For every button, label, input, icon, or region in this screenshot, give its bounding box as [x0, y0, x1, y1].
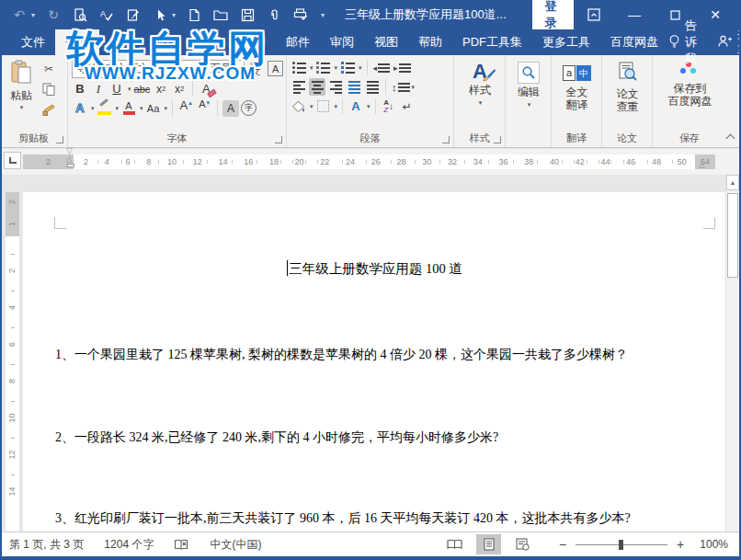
asian-layout-dropdown-icon[interactable]: ▾ — [367, 103, 370, 110]
font-size-dropdown-icon[interactable]: ▾ — [237, 65, 241, 73]
attachment-icon[interactable] — [266, 6, 282, 23]
change-case-button[interactable]: Aa — [145, 99, 162, 117]
strikethrough-button[interactable]: abc — [133, 80, 152, 97]
tab-file[interactable]: 文件 — [11, 29, 55, 55]
tab-help[interactable]: 帮助 — [408, 29, 452, 55]
paste-button[interactable]: 粘贴 ▾ — [4, 58, 39, 132]
sort-button[interactable]: AZ↓ — [381, 97, 397, 115]
font-size-combobox[interactable]: 五号 ▾ — [205, 60, 245, 78]
tab-selector-button[interactable] — [4, 152, 21, 169]
line-spacing-button[interactable]: ↕▾ — [391, 78, 416, 96]
undo-dropdown-icon[interactable]: ▾ — [31, 11, 35, 19]
tab-more-tools[interactable]: 更多工具 — [532, 29, 600, 55]
vertical-scrollbar[interactable]: ▲ — [725, 175, 739, 531]
format-painter-icon[interactable] — [39, 101, 59, 118]
enclose-characters-button[interactable]: 字 — [241, 100, 256, 116]
scroll-up-icon[interactable]: ▲ — [726, 175, 739, 190]
paste-dropdown-icon[interactable]: ▾ — [20, 104, 24, 111]
proofing-status-icon[interactable] — [174, 539, 189, 551]
multilevel-list-button[interactable] — [339, 59, 356, 76]
edit-document-icon[interactable] — [125, 6, 142, 23]
read-mode-button[interactable] — [442, 534, 467, 554]
grow-font-button[interactable]: A▴ — [177, 99, 194, 117]
right-indent-marker[interactable]: △ — [699, 160, 705, 169]
tab-home[interactable]: 开始 — [55, 29, 99, 55]
numbering-dropdown-icon[interactable]: ▾ — [335, 64, 338, 72]
undo-icon[interactable]: ↶ — [11, 6, 28, 23]
italic-button[interactable]: I — [90, 80, 107, 97]
tab-view[interactable]: 视图 — [364, 29, 408, 55]
collapse-ribbon-icon[interactable] — [726, 133, 734, 141]
new-document-icon[interactable] — [186, 6, 202, 23]
tab-pdf-tools[interactable]: PDF工具集 — [452, 29, 532, 55]
font-name-dropdown-icon[interactable]: ▾ — [192, 65, 196, 73]
underline-button[interactable]: U — [108, 80, 125, 97]
font-color-button[interactable]: A — [120, 99, 137, 117]
styles-button[interactable]: A 样式 ▾ — [458, 58, 502, 107]
styles-dialog-launcher-icon[interactable] — [494, 136, 501, 143]
translate-button[interactable]: a 中 全文 翻译 — [555, 58, 598, 112]
superscript-button[interactable]: x2 — [171, 80, 188, 97]
horizontal-ruler[interactable]: 2 24681012141618202224262830323436384042… — [23, 154, 715, 169]
qat-customize-icon[interactable]: ▾ — [321, 11, 325, 19]
copy-icon[interactable] — [39, 81, 59, 97]
paragraph-dialog-launcher-icon[interactable] — [442, 136, 450, 143]
clipboard-dialog-launcher-icon[interactable] — [56, 136, 63, 143]
show-hide-marks-button[interactable]: ↵ — [399, 97, 416, 115]
shrink-font-button[interactable]: A▾ — [196, 99, 212, 117]
zoom-slider-handle[interactable] — [619, 540, 623, 550]
font-dialog-launcher-icon[interactable] — [275, 136, 282, 143]
tab-baidu-netdisk[interactable]: 百度网盘 — [600, 29, 668, 55]
text-effects-button[interactable]: A — [72, 99, 88, 117]
change-case-dropdown-icon[interactable]: ▾ — [165, 105, 168, 112]
touch-mode-dropdown-icon[interactable]: ▾ — [172, 11, 176, 19]
scrollbar-thumb[interactable] — [727, 193, 738, 278]
page-indicator[interactable]: 第 1 页, 共 3 页 — [9, 537, 84, 553]
zoom-slider[interactable] — [576, 544, 667, 545]
redo-icon[interactable]: ↻ — [45, 6, 62, 23]
highlight-color-button[interactable] — [97, 100, 113, 116]
spellcheck-icon[interactable]: A — [98, 6, 115, 23]
web-layout-button[interactable] — [510, 534, 535, 554]
underline-dropdown-icon[interactable]: ▾ — [128, 86, 131, 93]
problem-2-text[interactable]: 2、一段路长 324 米,已经修了 240 米,剩下的 4 小时修完，平均每小时… — [55, 429, 701, 446]
text-effects-dropdown-icon[interactable]: ▾ — [91, 105, 95, 112]
touch-mode-icon[interactable] — [152, 6, 168, 23]
distribute-button[interactable] — [364, 78, 381, 96]
document-title-line[interactable]: 三年级上册数学应用题 100 道 — [23, 260, 726, 278]
highlight-dropdown-icon[interactable]: ▾ — [116, 105, 120, 112]
vertical-ruler[interactable]: 21 2468101214 — [6, 192, 19, 531]
tab-mailings[interactable]: 邮件 — [276, 29, 320, 55]
paper-check-button[interactable]: 论文 查重 — [606, 58, 649, 114]
bold-button[interactable]: B — [72, 80, 88, 97]
zoom-in-button[interactable]: + — [675, 537, 686, 552]
numbering-button[interactable] — [315, 59, 332, 76]
shading-dropdown-icon[interactable]: ▾ — [310, 103, 314, 110]
left-indent-marker[interactable] — [67, 164, 74, 167]
font-name-combobox[interactable]: 等线 (中文正文) ▾ — [72, 60, 200, 78]
character-border-button[interactable]: A — [268, 61, 283, 76]
minimize-button[interactable]: — — [614, 1, 655, 29]
print-layout-button[interactable] — [476, 534, 501, 554]
phonetic-guide-button[interactable]: wén 文 — [250, 61, 262, 76]
word-count[interactable]: 1204 个字 — [104, 537, 154, 553]
tab-references[interactable]: 引用 — [232, 29, 276, 55]
save-icon[interactable] — [239, 6, 256, 23]
borders-button[interactable] — [315, 97, 332, 115]
asian-layout-button[interactable]: A — [348, 97, 364, 115]
borders-dropdown-icon[interactable]: ▾ — [335, 103, 338, 110]
close-button[interactable]: ✕ — [695, 1, 735, 29]
quick-print-icon[interactable] — [292, 6, 309, 23]
shading-button[interactable] — [291, 97, 307, 115]
justify-button[interactable] — [346, 78, 362, 96]
decrease-indent-button[interactable]: ◂ — [372, 59, 392, 76]
subscript-button[interactable]: x2 — [153, 80, 169, 97]
multilevel-dropdown-icon[interactable]: ▾ — [359, 64, 362, 72]
problem-1-text[interactable]: 1、一个果园里栽了 125 棵苹果树, 梨树的棵数是苹果树的 4 倍少 20 棵… — [55, 347, 701, 363]
align-center-button[interactable] — [309, 78, 325, 96]
bullets-dropdown-icon[interactable]: ▾ — [310, 64, 314, 72]
tab-layout[interactable]: 布局 — [188, 29, 232, 55]
align-left-button[interactable] — [291, 78, 307, 96]
clear-formatting-button[interactable]: A — [198, 80, 214, 97]
tab-insert[interactable]: 插入 — [99, 29, 143, 55]
